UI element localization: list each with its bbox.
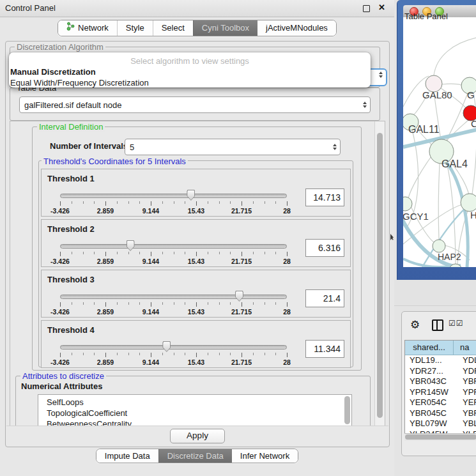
bottom-tab-infer-network[interactable]: Infer Network	[232, 449, 298, 463]
slider-ticks	[60, 353, 287, 358]
slider-track[interactable]	[60, 295, 287, 299]
tab-jactivemnodules[interactable]: jActiveMNodules	[257, 20, 336, 36]
algorithm-option-manual[interactable]: Manual Discretization	[9, 66, 371, 77]
column-header-name[interactable]: na	[454, 341, 476, 355]
table-cell-name: YPR1	[457, 387, 476, 398]
slider-track[interactable]	[60, 194, 287, 198]
table-row[interactable]: YBR043CYBR0	[405, 376, 476, 387]
table-cell-shared-name: YBR045C	[405, 408, 457, 419]
tab-style[interactable]: Style	[117, 20, 153, 36]
split-pane-icon[interactable]	[432, 319, 443, 331]
algorithm-dropdown-popup: Select algorithm to view settings Manual…	[9, 52, 371, 88]
network-edge	[408, 157, 431, 198]
table-row[interactable]: YPR145WYPR1	[405, 387, 476, 398]
numerical-attributes-label: Numerical Attributes	[21, 381, 102, 391]
threshold-value-field[interactable]: 6.316	[305, 239, 344, 257]
tick-mark	[128, 201, 129, 204]
threshold-slider-4[interactable]: -3.4262.8599.14415.4321.71528	[60, 341, 287, 367]
table-row[interactable]: YDL19...YDL1	[405, 355, 476, 366]
threshold-panel-2: Threshold 2-3.4262.8599.14415.4321.71528…	[41, 219, 351, 267]
apply-button[interactable]: Apply	[170, 429, 225, 443]
slider-tick-labels: -3.4262.8599.14415.4321.71528	[60, 257, 287, 265]
tick-mark	[83, 252, 84, 254]
network-node-h[interactable]	[461, 194, 476, 211]
algorithm-option-equal-width[interactable]: Equal Width/Frequency Discretization	[9, 77, 371, 88]
table-data-combobox[interactable]: galFiltered.sif default node	[19, 96, 371, 113]
tick-mark	[60, 201, 61, 206]
tab-network[interactable]: Network	[58, 20, 117, 36]
tick-mark	[174, 353, 174, 355]
table-row[interactable]: YDR27...YDR2	[405, 366, 476, 377]
network-icon	[66, 20, 75, 36]
node-label: G	[467, 89, 475, 100]
slider-track[interactable]	[60, 244, 287, 249]
tab-select[interactable]: Select	[153, 20, 193, 36]
tick-mark	[151, 353, 151, 357]
tab-cyni-toolbox[interactable]: Cyni Toolbox	[193, 20, 257, 36]
tick-mark	[185, 252, 185, 254]
table-cell-name: YDR2	[457, 366, 476, 377]
apply-row: Apply	[6, 426, 388, 446]
algorithm-hint: Select algorithm to view settings	[9, 52, 371, 66]
network-node-gcy1[interactable]	[403, 197, 412, 211]
tick-label: -3.426	[50, 257, 70, 265]
tick-mark	[196, 252, 197, 256]
float-icon[interactable]	[363, 5, 370, 12]
table-cell-name: YDL1	[457, 355, 476, 366]
tick-mark	[242, 201, 242, 206]
tick-mark	[230, 201, 231, 204]
table-panel-toolbar: ⚙ ☑☑	[402, 316, 476, 335]
slider-thumb[interactable]	[235, 291, 243, 302]
tick-label: 9.144	[142, 308, 159, 316]
scrollbar-thumb[interactable]	[377, 133, 383, 418]
threshold-value-field[interactable]: 11.344	[305, 340, 344, 358]
threshold-slider-3[interactable]: -3.4262.8599.14415.4321.71528	[60, 291, 287, 316]
attribute-list-item[interactable]: SelfLoops	[38, 397, 351, 408]
tick-label: 21.715	[231, 358, 252, 366]
attributes-list-scrollbar[interactable]	[344, 396, 350, 424]
number-of-intervals-combobox[interactable]: 5	[125, 139, 341, 155]
table-panel-box: ⚙ ☑☑ shared... na YDL19...YDL1YDR27...YD…	[401, 311, 476, 456]
settings-vertical-scrollbar[interactable]	[374, 121, 385, 427]
attribute-list-item[interactable]: TopologicalCoefficient	[38, 408, 351, 418]
column-header-shared[interactable]: shared...	[405, 341, 454, 355]
table-horizontal-scrollbar[interactable]	[404, 433, 476, 441]
threshold-value-field[interactable]: 21.4	[305, 289, 344, 307]
network-canvas[interactable]: GAL80GCGAL11GAL4HGCY1HAP2	[403, 17, 476, 267]
slider-tick-labels: -3.4262.8599.14415.4321.71528	[60, 308, 287, 316]
table-cell-name: YBR0	[457, 408, 476, 419]
tick-mark	[219, 201, 220, 204]
slider-thumb[interactable]	[127, 240, 135, 251]
tick-mark	[60, 252, 61, 256]
slider-thumb[interactable]	[187, 190, 195, 201]
checkboxes-icon[interactable]: ☑☑	[449, 319, 464, 328]
tab-label: Discretize Data	[167, 449, 224, 463]
bottom-tab-discretize-data[interactable]: Discretize Data	[158, 449, 232, 463]
table-cell-name: YBL0	[457, 418, 476, 429]
threshold-value-field[interactable]: 14.713	[305, 188, 344, 206]
table-row[interactable]: YBL079WYBL0	[405, 418, 476, 429]
node-table-header: shared... na	[405, 341, 476, 355]
slider-thumb[interactable]	[162, 341, 171, 352]
bottom-tab-impute-data[interactable]: Impute Data	[96, 449, 158, 463]
threshold-panel-1: Threshold 1-3.4262.8599.14415.4321.71528…	[41, 169, 351, 217]
threshold-slider-2[interactable]: -3.4262.8599.14415.4321.71528	[60, 240, 287, 266]
combo-stepper-icon	[330, 144, 340, 150]
threshold-slider-1[interactable]: -3.4262.8599.14415.4321.71528	[60, 190, 287, 215]
tab-label: Infer Network	[240, 449, 289, 463]
scrollbar-thumb[interactable]	[405, 434, 476, 440]
network-window[interactable]: GAL80GCGAL11GAL4HGCY1HAP2	[397, 0, 476, 280]
tick-mark	[196, 201, 197, 206]
number-of-intervals-value: 5	[125, 142, 330, 152]
table-row[interactable]: YBR045CYBR0	[405, 408, 476, 419]
table-row[interactable]: YER054CYER0	[405, 397, 476, 408]
tick-label: 2.859	[97, 257, 114, 265]
close-icon[interactable]: ✕	[378, 3, 385, 12]
gear-icon[interactable]: ⚙	[410, 318, 420, 332]
combo-stepper-icon	[360, 102, 370, 108]
network-node-hap2[interactable]	[433, 240, 445, 252]
tick-label: 15.43	[188, 257, 204, 265]
attributes-group: Attributes to discretize Numerical Attri…	[15, 376, 371, 427]
slider-track[interactable]	[60, 345, 287, 349]
tick-mark	[128, 252, 129, 254]
